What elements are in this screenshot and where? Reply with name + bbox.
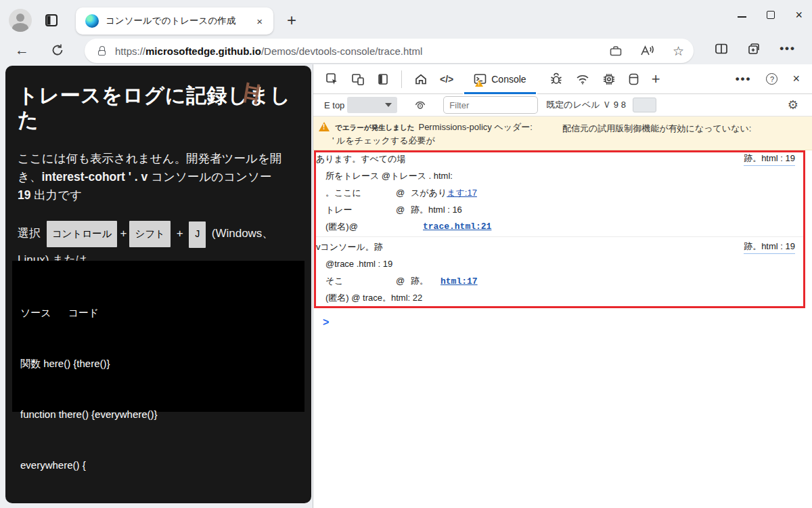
console-icon — [474, 73, 487, 85]
window-minimize-button[interactable] — [738, 16, 746, 18]
window-close-button[interactable]: × — [795, 11, 803, 19]
more-tabs-plus-icon[interactable]: + — [652, 70, 660, 88]
tab-actions-menu-icon[interactable] — [45, 14, 58, 27]
welcome-home-icon[interactable] — [414, 72, 428, 86]
filter-input[interactable] — [443, 96, 538, 114]
frame-context-label: E top — [324, 100, 344, 110]
edge-logo-icon — [85, 14, 99, 28]
browser-chrome: コンソールでのトレースの作成 × + × ← https://microsoft… — [0, 0, 812, 64]
warning-origin-text: 配信元の試用版制御機能が有効になっていない: — [562, 123, 751, 135]
stack-fn: (匿名)@ — [316, 221, 396, 233]
source-link[interactable]: trace.html:21 — [423, 221, 491, 232]
console-prompt-chevron[interactable]: > — [323, 316, 329, 329]
debugger-bug-icon[interactable] — [549, 72, 563, 86]
stack-frame: @trace .html : 19 — [316, 259, 392, 269]
source-link[interactable]: 跡。html : 19 — [744, 240, 795, 254]
devtools-more-icon[interactable]: ••• — [736, 72, 752, 86]
help-icon[interactable]: ? — [766, 73, 777, 85]
chevron-down-icon — [385, 103, 392, 107]
tab-title: コンソールでのトレースの作成 — [106, 15, 252, 27]
stack-location: スがあります:17 — [411, 187, 477, 199]
tab-close-icon[interactable]: × — [252, 14, 267, 28]
inline-code: interest-cohort ' . v — [41, 170, 148, 184]
url-scheme: https:// — [115, 45, 145, 57]
code-line: function there() {everywhere()} — [20, 406, 296, 423]
console-trace-entry: あります。すべての場 跡。html : 19 所をトレース @トレース . ht… — [316, 150, 805, 235]
console-trace-entry: vコンソール。跡 跡。html : 19 @trace .html : 19 そ… — [316, 238, 805, 306]
activity-bar-location-icon[interactable] — [377, 72, 389, 86]
trace-message-text: vコンソール。跡 — [316, 241, 383, 253]
favorite-star-icon[interactable]: ☆ — [673, 43, 684, 59]
webpage-content: トレースをログに記録しました ここには何も表示されません。開発者ツールを開き、i… — [5, 66, 311, 503]
console-settings-gear-icon[interactable]: ⚙ — [788, 98, 798, 112]
warning-header-text: Permissions-policy ヘッダー: — [418, 121, 533, 133]
console-tab-label: Console — [491, 74, 526, 85]
inspect-element-icon[interactable] — [325, 72, 339, 86]
log-level-dropdown[interactable]: 既定のレベル Ｖ 9 8 — [546, 99, 626, 111]
performance-cpu-icon[interactable] — [602, 72, 616, 86]
application-drawer-icon[interactable] — [628, 72, 639, 86]
trace-message-text: あります。すべての場 — [316, 153, 405, 165]
settings-ellipsis-icon[interactable]: ••• — [780, 42, 796, 56]
frame-context-dropdown[interactable] — [347, 97, 397, 113]
stack-fn: そこ — [316, 275, 396, 287]
console-messages: あります。すべての場 跡。html : 19 所をトレース @トレース . ht… — [316, 150, 805, 306]
workspaces-icon[interactable] — [609, 45, 623, 57]
stack-fn: トレー — [316, 204, 396, 216]
source-link[interactable]: html:17 — [441, 276, 478, 287]
new-tab-button[interactable]: + — [287, 11, 296, 30]
key-shift: シフト — [129, 221, 171, 247]
warning-line2-text: ' ルをチェックする必要が — [332, 135, 435, 147]
stack-frame: (匿名) @ trace。html: 22 — [316, 292, 422, 304]
url-host: microsoftedge.github.io — [145, 45, 261, 57]
warning-small-text: でエラーが発生しました — [335, 123, 414, 133]
elements-tab-icon[interactable]: </> — [440, 74, 453, 85]
stack-location: 跡。html : 16 — [411, 204, 462, 216]
code-line: everywhere() { — [20, 457, 296, 473]
stack-fn: 。ここに — [316, 187, 396, 199]
source-link[interactable]: 跡。html : 19 — [744, 152, 795, 166]
stack-frame: 所をトレース @トレース . html: — [316, 170, 453, 182]
window-maximize-button[interactable] — [767, 11, 775, 19]
collections-icon[interactable] — [747, 42, 761, 56]
console-warning-badge — [475, 80, 483, 87]
avatar-head — [16, 14, 24, 22]
url-text[interactable]: https://microsoftedge.github.io/Demos/de… — [115, 45, 602, 57]
devtools-panel: </> Console + ••• ? × E top 既定のレベル Ｖ 9 8… — [313, 64, 812, 508]
code-line: 関数 here() {there()} — [20, 355, 296, 372]
intro-paragraph: ここには何も表示されません。開発者ツールを開き、interest-cohort … — [18, 150, 300, 205]
devtools-close-icon[interactable]: × — [792, 72, 800, 86]
avatar-body — [12, 23, 28, 32]
console-toolbar: E top 既定のレベル Ｖ 9 8 ⚙ — [313, 94, 812, 117]
devtools-tabbar: </> Console + ••• ? × — [313, 64, 812, 94]
code-header: ソース コード — [20, 304, 296, 321]
warning-triangle-icon — [319, 122, 330, 131]
profile-avatar[interactable] — [9, 9, 32, 32]
back-button[interactable]: ← — [15, 42, 29, 58]
live-expression-eye-icon[interactable] — [413, 99, 427, 111]
page-title: トレースをログに記録しました — [18, 83, 300, 132]
key-control: コントロール — [47, 221, 118, 247]
stack-location: 跡。html:17 — [411, 275, 478, 287]
console-warning-bar: でエラーが発生しました Permissions-policy ヘッダー: 配信元… — [313, 117, 812, 150]
network-wifi-icon[interactable] — [575, 73, 590, 85]
source-link[interactable]: ます:17 — [447, 188, 477, 198]
toolbar-divider — [401, 70, 402, 88]
device-emulation-icon[interactable] — [351, 72, 365, 86]
split-screen-icon[interactable] — [715, 43, 728, 55]
read-aloud-icon[interactable] — [640, 45, 655, 57]
tab-console[interactable]: Console — [463, 64, 537, 94]
entry-divider — [316, 236, 805, 237]
code-block: ソース コード 関数 here() {there()} function the… — [12, 261, 304, 412]
issues-counter-box[interactable] — [633, 98, 656, 112]
refresh-button[interactable] — [51, 43, 64, 57]
browser-tab[interactable]: コンソールでのトレースの作成 × — [76, 7, 273, 35]
lock-icon[interactable] — [98, 46, 106, 56]
url-bar[interactable]: https://microsoftedge.github.io/Demos/de… — [85, 39, 694, 63]
url-path: /Demos/devtools-console/trace.html — [261, 45, 422, 57]
key-j: J — [189, 221, 206, 248]
